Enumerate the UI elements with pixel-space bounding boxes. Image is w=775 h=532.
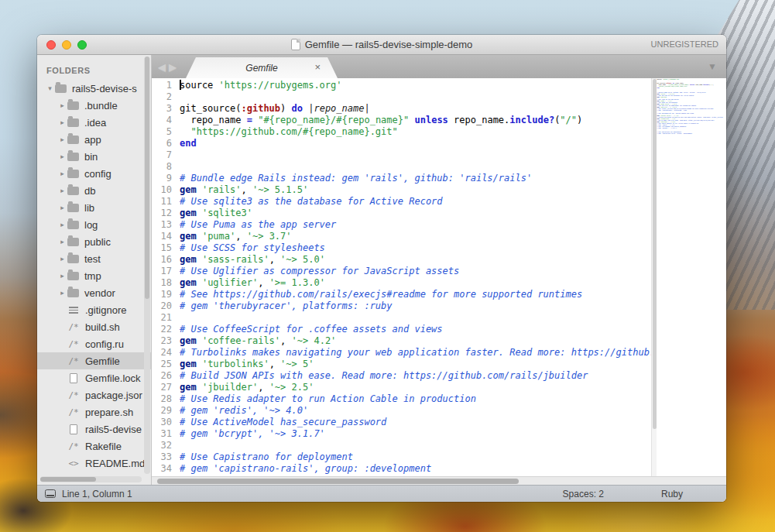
line-number: 28 [152, 393, 180, 405]
code-line[interactable]: 21 [152, 312, 651, 324]
tree-item-public[interactable]: ▸public [37, 233, 151, 250]
code-line[interactable]: 9# Bundle edge Rails instead: gem 'rails… [152, 173, 651, 184]
tree-item-label: .idea [84, 117, 106, 129]
code-line[interactable]: 6end [152, 138, 651, 149]
code-line[interactable]: 18gem 'uglifier', '>= 1.3.0' [152, 277, 651, 289]
tree-item--bundle[interactable]: ▸.bundle [37, 97, 151, 114]
tree-item-vendor[interactable]: ▸vendor [37, 284, 151, 301]
tree-item-package-jsor[interactable]: /*package.jsor [37, 386, 151, 403]
code-line[interactable]: 31# gem 'bcrypt', '~> 3.1.7' [152, 428, 651, 440]
expander-closed-icon[interactable]: ▸ [57, 136, 67, 143]
code-line[interactable]: 27gem 'jbuilder', '~> 2.5' [152, 382, 651, 393]
code-text: # gem 'bcrypt', '~> 3.1.7' [180, 428, 325, 440]
code-line[interactable]: 11# Use sqlite3 as the database for Acti… [152, 196, 651, 208]
code-line[interactable]: 13# Use Puma as the app server [152, 219, 651, 231]
code-line[interactable]: 16gem 'sass-rails', '~> 5.0' [152, 254, 651, 266]
tree-item-label: README.md [85, 458, 145, 469]
tree-item-db[interactable]: ▸db [37, 182, 151, 199]
tree-item-config-ru[interactable]: /*config.ru [37, 335, 151, 352]
zoom-button[interactable] [77, 40, 87, 50]
expander-closed-icon[interactable]: ▸ [57, 101, 67, 109]
code-line[interactable]: 34# gem 'capistrano-rails', group: :deve… [152, 463, 651, 475]
sidebar-horizontal-scrollbar[interactable] [40, 476, 142, 482]
tree-item-build-sh[interactable]: /*build.sh [37, 318, 151, 335]
title-bar[interactable]: Gemfile — rails5-devise-simple-demo UNRE… [37, 35, 726, 55]
code-line[interactable]: 8 [152, 161, 651, 173]
expander-closed-icon[interactable]: ▸ [57, 272, 67, 280]
code-line[interactable]: 29# gem 'redis', '~> 4.0' [152, 405, 651, 417]
editor[interactable]: 1source 'https://rubygems.org'2 3git_sou… [152, 78, 726, 485]
line-number: 14 [152, 231, 180, 242]
editor-vertical-scrollbar[interactable] [651, 78, 657, 476]
minimap[interactable]: source 'https://rubygems.org'git_source(… [657, 78, 726, 476]
editor-horizontal-scrollbar[interactable] [152, 476, 726, 485]
expander-closed-icon[interactable]: ▸ [57, 289, 67, 297]
tree-item--idea[interactable]: ▸.idea [37, 114, 151, 131]
expander-closed-icon[interactable]: ▸ [57, 238, 67, 245]
tree-item-lib[interactable]: ▸lib [37, 199, 151, 216]
code-line[interactable]: 17# Use Uglifier as compressor for JavaS… [152, 266, 651, 277]
code-line[interactable]: 25gem 'turbolinks', '~> 5' [152, 359, 651, 370]
tree-item-rails5-devise[interactable]: rails5-devise [37, 420, 151, 438]
tree-item-label: config.ru [85, 338, 124, 350]
tree-item-rakefile[interactable]: /*Rakefile [37, 438, 151, 455]
expander-closed-icon[interactable]: ▸ [57, 204, 67, 211]
tree-item-config[interactable]: ▸config [37, 165, 151, 182]
code-icon: <> [67, 458, 80, 469]
code-line[interactable]: 15# Use SCSS for stylesheets [152, 242, 651, 254]
tree-item-tmp[interactable]: ▸tmp [37, 267, 151, 284]
code-text: # Use Puma as the app server [180, 219, 336, 231]
code-line[interactable]: 28# Use Redis adapter to run Action Cabl… [152, 393, 651, 405]
expander-closed-icon[interactable]: ▸ [57, 170, 67, 177]
tree-item-prepare-sh[interactable]: /*prepare.sh [37, 403, 151, 420]
tree-item-log[interactable]: ▸log [37, 216, 151, 233]
tab-nav-forward-icon[interactable]: ▶ [169, 61, 177, 73]
code-line[interactable]: 30# Use ActiveModel has_secure_password [152, 417, 651, 428]
expander-closed-icon[interactable]: ▸ [57, 187, 67, 194]
code-line[interactable]: 33# Use Capistrano for deployment [152, 451, 651, 463]
tab-close-icon[interactable]: × [314, 61, 321, 73]
code-line[interactable]: 3git_source(:github) do |repo_name| [152, 103, 651, 115]
tab-nav-back-icon[interactable]: ◀ [158, 61, 166, 73]
expander-closed-icon[interactable]: ▸ [57, 153, 67, 160]
code-line[interactable]: 19# See https://github.com/rails/execjs#… [152, 289, 651, 300]
tree-item--gitignore[interactable]: .gitignore [37, 301, 151, 318]
code-line[interactable]: 2 [152, 91, 651, 103]
expander-closed-icon[interactable]: ▸ [57, 221, 67, 228]
expander-closed-icon[interactable]: ▸ [57, 255, 67, 263]
code-line[interactable]: 24# Turbolinks makes navigating your web… [152, 347, 651, 359]
code-line[interactable]: 26# Build JSON APIs with ease. Read more… [152, 370, 651, 382]
tree-item-gemfile-lock[interactable]: Gemfile.lock [37, 369, 151, 386]
code-line[interactable]: 12gem 'sqlite3' [152, 208, 651, 219]
code-line[interactable]: 1source 'https://rubygems.org' [152, 80, 651, 91]
code-line[interactable]: 32 [152, 440, 651, 451]
tree-item-gemfile[interactable]: /*Gemfile [37, 352, 151, 369]
tree-item-rails5-devise-s[interactable]: ▾rails5-devise-s [37, 80, 151, 97]
tab-gemfile[interactable]: Gemfile × [186, 57, 338, 78]
code-line[interactable]: 23gem 'coffee-rails', '~> 4.2' [152, 335, 651, 347]
tree-item-test[interactable]: ▸test [37, 250, 151, 267]
close-button[interactable] [46, 40, 56, 50]
tree-item-bin[interactable]: ▸bin [37, 148, 151, 165]
sidebar-vertical-scrollbar[interactable] [144, 57, 150, 474]
code-line[interactable]: 14gem 'puma', '~> 3.7' [152, 231, 651, 242]
code-line[interactable]: 7 [152, 149, 651, 161]
tree-item-label: vendor [84, 287, 115, 299]
code-view[interactable]: 1source 'https://rubygems.org'2 3git_sou… [152, 78, 651, 476]
indentation-setting[interactable]: Spaces: 2 [563, 489, 604, 499]
file-status-icon[interactable] [45, 489, 56, 498]
code-line[interactable]: 10gem 'rails', '~> 5.1.5' [152, 184, 651, 196]
tree-item-readme-md[interactable]: <>README.md [37, 455, 151, 472]
code-text: gem 'sqlite3' [180, 208, 252, 219]
expander-closed-icon[interactable]: ▸ [57, 118, 67, 126]
code-line[interactable]: 20# gem 'therubyracer', platforms: :ruby [152, 300, 651, 312]
code-line[interactable]: 22# Use CoffeeScript for .coffee assets … [152, 324, 651, 335]
code-line[interactable]: 4 repo_name = "#{repo_name}/#{repo_name}… [152, 115, 651, 126]
code-text [180, 149, 185, 161]
tab-overflow-menu-icon[interactable]: ▼ [708, 61, 717, 72]
code-line[interactable]: 5 "https://github.com/#{repo_name}.git" [152, 126, 651, 138]
syntax-mode[interactable]: Ruby [661, 489, 683, 499]
minimize-button[interactable] [62, 40, 71, 50]
expander-open-icon[interactable]: ▾ [45, 84, 55, 92]
tree-item-app[interactable]: ▸app [37, 131, 151, 148]
